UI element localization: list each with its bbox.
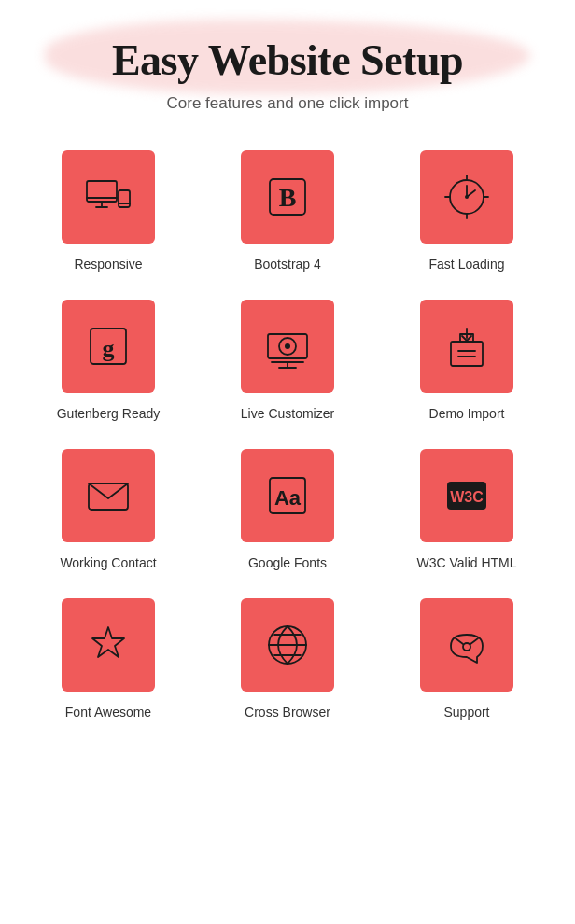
cross-browser-label: Cross Browser — [245, 705, 330, 720]
font-awesome-icon-box — [62, 598, 155, 692]
working-contact-label: Working Contact — [60, 555, 156, 570]
svg-line-39 — [470, 638, 478, 644]
support-icon-box — [420, 598, 513, 692]
demo-import-label: Demo Import — [429, 406, 505, 421]
working-contact-icon-box — [62, 449, 155, 542]
google-fonts-label: Google Fonts — [248, 555, 327, 570]
demo-import-icon — [442, 321, 492, 371]
gutenberg-label: Gutenberg Ready — [57, 406, 161, 421]
font-awesome-label: Font Awesome — [65, 705, 151, 720]
svg-point-20 — [285, 343, 290, 349]
feature-support: Support — [386, 598, 547, 720]
w3c-icon: W3C — [442, 470, 492, 521]
cross-browser-icon — [262, 620, 313, 670]
feature-google-fonts: Aa Google Fonts — [207, 449, 368, 570]
cross-browser-icon-box — [241, 598, 334, 692]
svg-text:B: B — [279, 183, 297, 212]
svg-line-40 — [456, 638, 463, 644]
w3c-icon-box: W3C — [420, 449, 513, 542]
main-title: Easy Website Setup — [28, 37, 547, 85]
bootstrap4-icon: B — [262, 172, 313, 222]
fast-loading-label: Fast Loading — [429, 257, 505, 272]
svg-text:W3C: W3C — [450, 489, 484, 505]
svg-text:Aa: Aa — [274, 486, 302, 510]
gutenberg-icon: g — [83, 321, 133, 371]
feature-gutenberg: g Gutenberg Ready — [28, 300, 189, 421]
svg-marker-33 — [92, 627, 124, 657]
bootstrap4-label: Bootstrap 4 — [254, 257, 321, 272]
google-fonts-icon: Aa — [262, 470, 313, 521]
feature-demo-import: Demo Import — [386, 300, 547, 421]
google-fonts-icon-box: Aa — [241, 449, 334, 542]
feature-live-customizer: Live Customizer — [207, 300, 368, 421]
svg-point-15 — [465, 195, 469, 199]
page-wrapper: Easy Website Setup Core features and one… — [0, 0, 575, 776]
gutenberg-icon-box: g — [62, 300, 155, 393]
svg-point-38 — [463, 643, 470, 651]
fast-loading-icon — [442, 172, 492, 222]
feature-font-awesome: Font Awesome — [28, 598, 189, 720]
w3c-label: W3C Valid HTML — [416, 555, 516, 570]
responsive-label: Responsive — [74, 257, 142, 272]
feature-responsive: Responsive — [28, 150, 189, 272]
feature-working-contact: Working Contact — [28, 449, 189, 570]
svg-text:g: g — [103, 335, 115, 362]
support-label: Support — [443, 705, 489, 720]
responsive-icon — [83, 172, 133, 222]
font-awesome-icon — [83, 620, 133, 670]
demo-import-icon-box — [420, 300, 513, 393]
feature-cross-browser: Cross Browser — [207, 598, 368, 720]
support-icon — [442, 620, 492, 670]
bootstrap4-icon-box: B — [241, 150, 334, 244]
feature-fast-loading: Fast Loading — [386, 150, 547, 272]
subtitle: Core features and one click import — [28, 94, 547, 113]
feature-w3c: W3C W3C Valid HTML — [386, 449, 547, 570]
feature-bootstrap4: B Bootstrap 4 — [207, 150, 368, 272]
live-customizer-icon — [262, 321, 313, 371]
working-contact-icon — [83, 470, 133, 521]
features-grid: Responsive B Bootstrap 4 — [28, 150, 547, 720]
svg-rect-24 — [451, 342, 483, 366]
live-customizer-label: Live Customizer — [241, 406, 334, 421]
responsive-icon-box — [62, 150, 155, 244]
svg-rect-4 — [119, 190, 130, 207]
fast-loading-icon-box — [420, 150, 513, 244]
live-customizer-icon-box — [241, 300, 334, 393]
title-area: Easy Website Setup — [28, 37, 547, 85]
